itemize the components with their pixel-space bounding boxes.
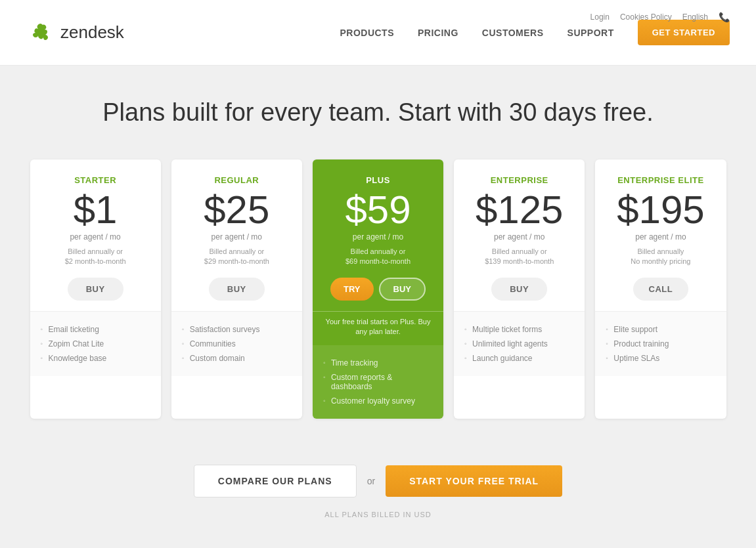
buy-button[interactable]: BUY xyxy=(68,278,123,301)
feature-item: Time tracking xyxy=(323,356,433,370)
plans-section: STARTER $1 per agent / mo Billed annuall… xyxy=(0,146,756,445)
plan-period: per agent / mo xyxy=(464,232,574,242)
logo-text: zendesk xyxy=(60,22,124,43)
plan-header-enterprise-elite: ENTERPRISE ELITE $195 per agent / mo Bil… xyxy=(595,159,726,312)
plan-name: ENTERPRISE ELITE xyxy=(606,175,715,185)
feature-item: Launch guidance xyxy=(464,351,574,366)
plan-billing: Billed annually or$2 month-to-month xyxy=(41,247,150,267)
feature-item: Uptime SLAs xyxy=(606,351,715,366)
plan-price: $59 xyxy=(323,190,433,230)
feature-item: Zopim Chat Lite xyxy=(41,337,150,351)
plan-price: $25 xyxy=(182,190,292,230)
nav-customers[interactable]: CUSTOMERS xyxy=(482,28,544,38)
zendesk-logo-icon xyxy=(26,18,55,47)
plan-header-starter: STARTER $1 per agent / mo Billed annuall… xyxy=(30,159,161,312)
plan-name: REGULAR xyxy=(182,175,292,185)
compare-plans-button[interactable]: COMPARE OUR PLANS xyxy=(194,465,357,497)
plan-period: per agent / mo xyxy=(182,232,292,242)
top-right-links: Login Cookies Policy English 📞 xyxy=(590,12,730,22)
buy-button[interactable]: BUY xyxy=(379,278,426,301)
feature-item: Communities xyxy=(182,337,292,351)
plan-header-plus: PLUS $59 per agent / mo Billed annually … xyxy=(313,159,443,312)
plan-name: STARTER xyxy=(41,175,150,185)
logo[interactable]: zendesk xyxy=(26,18,124,47)
plan-cta-plus: TRY BUY xyxy=(323,278,433,301)
plan-cta-enterprise-elite: CALL xyxy=(606,278,715,301)
bottom-cta: COMPARE OUR PLANS or START YOUR FREE TRI… xyxy=(0,445,756,532)
feature-item: Satisfaction surveys xyxy=(182,322,292,337)
plan-period: per agent / mo xyxy=(323,232,433,242)
plan-card-regular: REGULAR $25 per agent / mo Billed annual… xyxy=(171,159,302,419)
plan-card-enterprise-elite: ENTERPRISE ELITE $195 per agent / mo Bil… xyxy=(595,159,726,419)
buy-button[interactable]: BUY xyxy=(209,278,265,301)
usd-note: ALL PLANS BILLED IN USD xyxy=(13,511,743,518)
try-button[interactable]: TRY xyxy=(330,278,374,301)
feature-item: Elite support xyxy=(606,322,715,337)
plan-billing: Billed annuallyNo monthly pricing xyxy=(606,247,715,267)
plan-price: $125 xyxy=(464,190,574,230)
feature-item: Product training xyxy=(606,337,715,351)
phone-icon: 📞 xyxy=(719,12,730,22)
feature-item: Custom domain xyxy=(182,351,292,366)
or-separator: or xyxy=(367,476,375,486)
hero-section: Plans built for every team. Start with 3… xyxy=(0,66,756,146)
feature-item: Custom reports &dashboards xyxy=(323,370,433,394)
call-button[interactable]: CALL xyxy=(633,278,689,301)
plan-cta-enterprise: BUY xyxy=(464,278,574,301)
feature-item: Email ticketing xyxy=(41,322,150,337)
plan-period: per agent / mo xyxy=(606,232,715,242)
plan-features-plus: Time trackingCustom reports &dashboardsC… xyxy=(313,345,443,419)
plan-name: PLUS xyxy=(323,175,433,185)
navbar: zendesk PRODUCTS PRICING CUSTOMERS SUPPO… xyxy=(0,0,756,66)
cta-row: COMPARE OUR PLANS or START YOUR FREE TRI… xyxy=(13,465,743,497)
plan-billing: Billed annually or$69 month-to-month xyxy=(323,247,433,267)
nav-products[interactable]: PRODUCTS xyxy=(340,28,394,38)
plan-header-regular: REGULAR $25 per agent / mo Billed annual… xyxy=(171,159,302,312)
plan-card-starter: STARTER $1 per agent / mo Billed annuall… xyxy=(30,159,161,419)
buy-button[interactable]: BUY xyxy=(491,278,547,301)
free-trial-button[interactable]: START YOUR FREE TRIAL xyxy=(386,465,562,497)
feature-item: Unlimited light agents xyxy=(464,337,574,351)
plan-features-starter: Email ticketingZopim Chat LiteKnowledge … xyxy=(30,312,161,376)
plan-period: per agent / mo xyxy=(41,232,150,242)
nav-support[interactable]: SUPPORT xyxy=(567,28,614,38)
plan-billing: Billed annually or$29 month-to-month xyxy=(182,247,292,267)
plan-card-enterprise: ENTERPRISE $125 per agent / mo Billed an… xyxy=(454,159,585,419)
login-link[interactable]: Login xyxy=(590,12,610,22)
plan-features-regular: Satisfaction surveysCommunitiesCustom do… xyxy=(171,312,302,376)
plan-price: $195 xyxy=(606,190,715,230)
language-link[interactable]: English xyxy=(682,12,708,22)
feature-item: Multiple ticket forms xyxy=(464,322,574,337)
feature-item: Customer loyalty survey xyxy=(323,394,433,408)
trial-note: Your free trial starts on Plus. Buy any … xyxy=(313,312,443,345)
plan-price: $1 xyxy=(41,190,150,230)
header: Login Cookies Policy English 📞 zendesk P… xyxy=(0,0,756,66)
get-started-button[interactable]: GET STARTED xyxy=(638,20,730,45)
plan-cta-regular: BUY xyxy=(182,278,292,301)
plan-cta-starter: BUY xyxy=(41,278,150,301)
plan-header-enterprise: ENTERPRISE $125 per agent / mo Billed an… xyxy=(454,159,585,312)
nav-pricing[interactable]: PRICING xyxy=(418,28,458,38)
feature-item: Knowledge base xyxy=(41,351,150,366)
hero-title: Plans built for every team. Start with 3… xyxy=(13,98,743,127)
plan-billing: Billed annually or$139 month-to-month xyxy=(464,247,574,267)
plan-features-enterprise: Multiple ticket formsUnlimited light age… xyxy=(454,312,585,376)
cookies-policy-link[interactable]: Cookies Policy xyxy=(620,12,672,22)
plan-name: ENTERPRISE xyxy=(464,175,574,185)
plans-grid: STARTER $1 per agent / mo Billed annuall… xyxy=(30,159,726,419)
plan-card-plus: PLUS $59 per agent / mo Billed annually … xyxy=(313,159,443,419)
main-nav: PRODUCTS PRICING CUSTOMERS SUPPORT GET S… xyxy=(340,20,730,45)
plan-features-enterprise-elite: Elite supportProduct trainingUptime SLAs xyxy=(595,312,726,376)
